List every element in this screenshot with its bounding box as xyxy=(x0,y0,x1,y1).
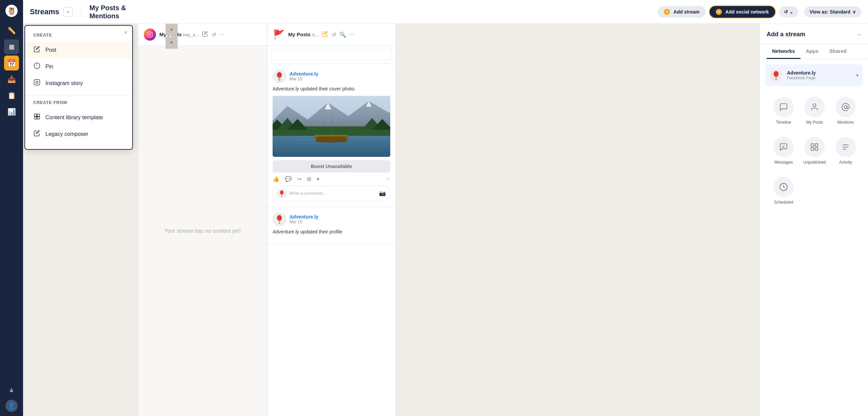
sidebar-item-analytics[interactable]: 📊 xyxy=(4,104,19,119)
stream-close-button[interactable]: × xyxy=(165,24,178,36)
stream-type-activity[interactable]: Activity xyxy=(833,133,859,169)
sidebar-item-inbox[interactable]: 📥 xyxy=(4,72,19,87)
tab-shared[interactable]: Shared xyxy=(824,44,852,59)
topbar: Streams « My Posts & Mentions + Add stre… xyxy=(23,0,868,24)
add-stream-panel-header: Add a stream – xyxy=(760,24,868,44)
sidebar-item-compose[interactable]: ✏️ xyxy=(4,23,19,38)
page-title: My Posts & Mentions xyxy=(90,4,126,20)
svg-rect-51 xyxy=(815,144,818,146)
stream-type-timeline[interactable]: Timeline xyxy=(771,93,796,129)
network-item-adventurly[interactable]: Adventure.ly Facebook Page ▾ xyxy=(765,64,863,86)
boost-icon[interactable]: ⊞ xyxy=(307,176,311,182)
share-icon[interactable]: ↪ xyxy=(297,176,301,182)
stream-type-unpublished[interactable]: Unpublished xyxy=(801,133,829,169)
fb-post-2-info: Adventure.ly Mar 15 xyxy=(290,214,318,224)
view-as-chevron-icon: ∨ xyxy=(852,9,856,15)
svg-rect-6 xyxy=(37,114,40,117)
like-icon[interactable]: 👍 xyxy=(273,176,279,182)
instagram-platform-icon xyxy=(144,28,156,41)
add-network-plus-icon: + xyxy=(716,9,722,15)
chevron-icon: ⌄ xyxy=(789,9,793,15)
collapse-panel-button[interactable]: « xyxy=(63,7,73,17)
fb-post-1-actions: 👍 💬 ↪ ⊞ ▾ ··· xyxy=(273,176,390,182)
fb-post-2-header: Adventure.ly Mar 15 xyxy=(273,212,390,226)
create-post-item[interactable]: Post xyxy=(25,42,132,58)
facebook-edit-icon[interactable] xyxy=(322,31,328,38)
facebook-stream-column: 🚩 My Posts A... ↺ xyxy=(267,24,396,416)
sidebar-item-scheduler[interactable]: 📅 xyxy=(4,56,19,70)
activity-circle xyxy=(835,137,856,157)
instagram-edit-icon[interactable] xyxy=(202,31,208,38)
facebook-more-icon[interactable]: ··· xyxy=(350,32,354,38)
facebook-refresh-icon[interactable]: ↺ xyxy=(332,32,336,38)
add-stream-close-button[interactable]: – xyxy=(857,30,861,38)
comment-avatar xyxy=(277,189,287,198)
add-stream-panel: Add a stream – Networks Apps Shared xyxy=(760,24,868,416)
svg-rect-9 xyxy=(147,32,153,37)
fb-post-1-avatar xyxy=(273,69,286,83)
network-balloon-icon xyxy=(769,68,783,82)
svg-point-4 xyxy=(36,81,38,84)
create-instagram-story-item[interactable]: Instagram story xyxy=(25,75,132,91)
svg-point-47 xyxy=(844,106,847,109)
inbox-icon: 📥 xyxy=(7,75,16,83)
facebook-search-icon[interactable]: 🔍 xyxy=(339,32,346,38)
expand-icon[interactable]: ▾ xyxy=(317,176,319,182)
create-post-label: Post xyxy=(45,47,56,53)
analytics-icon: 📊 xyxy=(7,108,16,116)
scheduled-label: Scheduled xyxy=(774,200,793,205)
fb-post-1-info: Adventure.ly Mar 15 xyxy=(290,71,318,81)
facebook-platform-icon: 🚩 xyxy=(273,28,285,41)
activity-label: Activity xyxy=(839,160,852,165)
instagram-stream-header: My Posts hey_a... ↺ ··· xyxy=(138,24,267,46)
unpublished-label: Unpublished xyxy=(803,160,826,165)
timeline-label: Timeline xyxy=(776,120,791,125)
sidebar-collapse-btn[interactable]: ▲ xyxy=(4,382,19,397)
camera-icon[interactable]: 📷 xyxy=(379,190,386,196)
facebook-stream-info: My Posts A... xyxy=(288,32,319,38)
svg-rect-16 xyxy=(278,80,280,81)
mentions-label: Mentions xyxy=(837,120,854,125)
tab-apps[interactable]: Apps xyxy=(801,44,824,59)
topbar-actions: + Add stream + Add social network ↺ ⌄ Vi… xyxy=(658,5,861,18)
network-dropdown-icon: ▾ xyxy=(856,72,859,78)
instagram-stream-column: My Posts hey_a... ↺ ··· xyxy=(138,24,267,416)
create-content-library-item[interactable]: Content library template xyxy=(25,109,132,126)
facebook-search-input[interactable] xyxy=(271,49,392,60)
comment-icon[interactable]: 💬 xyxy=(285,176,292,182)
stream-close-button-2[interactable]: × xyxy=(165,37,178,49)
svg-rect-3 xyxy=(34,80,40,85)
legacy-composer-icon xyxy=(33,130,41,138)
facebook-stream-header: 🚩 My Posts A... ↺ xyxy=(267,24,396,46)
create-pin-item[interactable]: Pin xyxy=(25,58,132,75)
sidebar-item-publisher[interactable]: 📋 xyxy=(4,88,19,103)
instagram-more-icon[interactable]: ··· xyxy=(219,32,224,38)
create-instagram-story-label: Instagram story xyxy=(45,80,83,86)
my-posts-circle xyxy=(804,97,825,117)
stream-type-grid: Timeline My Posts xyxy=(765,87,863,214)
create-legacy-composer-item[interactable]: Legacy composer xyxy=(25,126,132,142)
stream-type-mentions[interactable]: Mentions xyxy=(833,93,859,129)
svg-point-46 xyxy=(813,104,816,107)
fb-comment-input: Write a comment... 📷 xyxy=(273,186,390,201)
create-section-label: CREATE xyxy=(25,33,132,42)
instagram-refresh-icon[interactable]: ↺ xyxy=(212,32,216,38)
add-social-network-button[interactable]: + Add social network xyxy=(709,5,775,18)
stream-type-scheduled[interactable]: Scheduled xyxy=(771,173,796,209)
more-actions-icon[interactable]: ··· xyxy=(386,176,390,182)
stream-type-messages[interactable]: Messages xyxy=(771,133,796,169)
add-stream-button[interactable]: + Add stream xyxy=(658,6,706,18)
unpublished-circle xyxy=(804,137,825,157)
view-as-button[interactable]: View as: Standard ∨ xyxy=(804,6,861,17)
facebook-stream-actions: ↺ 🔍 ··· xyxy=(322,31,354,38)
dropdown-close-button[interactable]: × xyxy=(124,29,127,36)
boost-unavailable-button[interactable]: Boost Unavailable xyxy=(273,160,390,172)
network-name: Adventure.ly xyxy=(787,70,852,76)
svg-point-11 xyxy=(151,33,152,34)
stream-type-my-posts[interactable]: My Posts xyxy=(801,93,829,129)
tab-networks[interactable]: Networks xyxy=(767,44,801,59)
main-content: Streams « My Posts & Mentions + Add stre… xyxy=(23,0,868,416)
refresh-button-group[interactable]: ↺ ⌄ xyxy=(779,6,798,17)
sidebar-item-streams[interactable]: ▦ xyxy=(4,39,19,54)
user-avatar[interactable]: 👤 xyxy=(5,400,18,412)
